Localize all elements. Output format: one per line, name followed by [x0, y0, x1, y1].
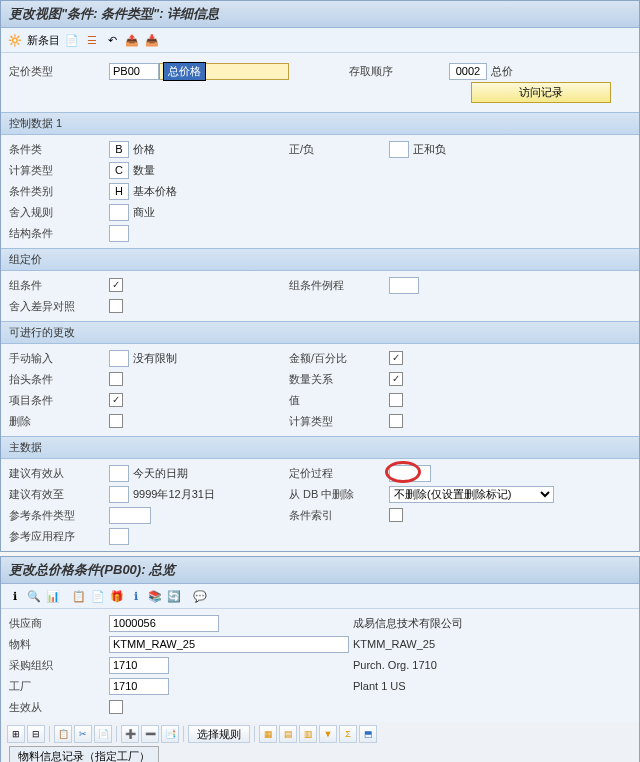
paste-icon[interactable]: 📄 — [90, 588, 106, 604]
delete-check[interactable] — [109, 414, 123, 428]
copy2-icon[interactable]: 📋 — [71, 588, 87, 604]
cond-cat-label: 条件类别 — [9, 184, 109, 199]
gift-icon[interactable]: 🎁 — [109, 588, 125, 604]
purch-org-name: Purch. Org. 1710 — [349, 659, 441, 671]
manual-text: 没有限制 — [129, 351, 181, 366]
plusminus-input[interactable] — [389, 141, 409, 158]
round-diff-check[interactable] — [109, 299, 123, 313]
select-rule-button[interactable]: 选择规则 — [188, 725, 250, 743]
comment-icon[interactable]: 💬 — [192, 588, 208, 604]
hier-icon[interactable]: ⬒ — [359, 725, 377, 743]
material-label: 物料 — [9, 637, 109, 652]
header-cond-check[interactable] — [109, 372, 123, 386]
section-group-header: 组定价 — [1, 248, 639, 271]
plant-code[interactable] — [109, 678, 169, 695]
material-code[interactable] — [109, 636, 349, 653]
valid-from-text: 今天的日期 — [129, 466, 192, 481]
access-seq-code[interactable] — [449, 63, 487, 80]
info-icon[interactable]: ℹ — [7, 588, 23, 604]
ref-app-label: 参考应用程序 — [9, 529, 109, 544]
header-cond-label: 抬头条件 — [9, 372, 109, 387]
section-master-header: 主数据 — [1, 436, 639, 459]
ref-cond-input[interactable] — [109, 507, 151, 524]
deselect-icon[interactable]: ⊟ — [27, 725, 45, 743]
access-seq-label: 存取顺序 — [349, 64, 449, 79]
cond-index-label: 条件索引 — [289, 508, 389, 523]
copy-row-icon[interactable]: 📋 — [54, 725, 72, 743]
section-changes-header: 可进行的更改 — [1, 321, 639, 344]
delete-label: 删除 — [9, 414, 109, 429]
cond-class-label: 条件类 — [9, 142, 109, 157]
grid2-icon[interactable]: ▤ — [279, 725, 297, 743]
purch-org-code[interactable] — [109, 657, 169, 674]
plusminus-label: 正/负 — [289, 142, 389, 157]
sum-icon[interactable]: Σ — [339, 725, 357, 743]
import-icon[interactable]: 📥 — [144, 32, 160, 48]
purch-org-label: 采购组织 — [9, 658, 109, 673]
valid-to-text: 9999年12月31日 — [129, 487, 219, 502]
struct-input[interactable] — [109, 225, 129, 242]
visit-records-button[interactable]: 访问记录 — [471, 82, 611, 103]
grid3-icon[interactable]: ▥ — [299, 725, 317, 743]
db-delete-label: 从 DB 中删除 — [289, 487, 389, 502]
item-cond-check[interactable] — [109, 393, 123, 407]
valid-from-code[interactable] — [109, 465, 129, 482]
pricing-type-code[interactable] — [109, 63, 159, 80]
ref-app-input[interactable] — [109, 528, 129, 545]
cond-class-code[interactable] — [109, 141, 129, 158]
valid-to-code[interactable] — [109, 486, 129, 503]
cut-icon[interactable]: ✂ — [74, 725, 92, 743]
calc-type-text: 数量 — [129, 163, 159, 178]
filter-icon[interactable]: ▼ — [319, 725, 337, 743]
plant-name: Plant 1 US — [349, 680, 410, 692]
paste-row-icon[interactable]: 📄 — [94, 725, 112, 743]
struct-label: 结构条件 — [9, 226, 109, 241]
undo-icon[interactable]: ↶ — [104, 32, 120, 48]
material-name: KTMM_RAW_25 — [349, 638, 439, 650]
export-icon[interactable]: 📤 — [124, 32, 140, 48]
vendor-code[interactable] — [109, 615, 219, 632]
calc-type2-label: 计算类型 — [289, 414, 389, 429]
group-proc-label: 组条件例程 — [289, 278, 389, 293]
swap-icon[interactable]: 🔄 — [166, 588, 182, 604]
value-check[interactable] — [389, 393, 403, 407]
copy-icon[interactable]: 📄 — [64, 32, 80, 48]
cond-cat-code[interactable] — [109, 183, 129, 200]
amount-label: 金额/百分比 — [289, 351, 389, 366]
vendor-name: 成易信息技术有限公司 — [349, 616, 467, 631]
group-proc-input[interactable] — [389, 277, 419, 294]
manual-code[interactable] — [109, 350, 129, 367]
pricing-proc-input[interactable] — [389, 465, 431, 482]
vendor-label: 供应商 — [9, 616, 109, 631]
manual-label: 手动输入 — [9, 351, 109, 366]
toolbar2-top: ℹ 🔍 📊 📋 📄 🎁 ℹ 📚 🔄 💬 — [1, 584, 639, 609]
rounding-code[interactable] — [109, 204, 129, 221]
cond-index-check[interactable] — [389, 508, 403, 522]
list-icon[interactable]: ☰ — [84, 32, 100, 48]
tab-material-info[interactable]: 物料信息记录（指定工厂） — [9, 746, 159, 762]
insert-icon[interactable]: ➕ — [121, 725, 139, 743]
info2-icon[interactable]: ℹ — [128, 588, 144, 604]
calc-type-code[interactable] — [109, 162, 129, 179]
amount-check[interactable] — [389, 351, 403, 365]
group-cond-check[interactable] — [109, 278, 123, 292]
calc-type2-check[interactable] — [389, 414, 403, 428]
grid1-icon[interactable]: ▦ — [259, 725, 277, 743]
ref-cond-label: 参考条件类型 — [9, 508, 109, 523]
select-all-icon[interactable]: ⊞ — [7, 725, 25, 743]
expand-icon[interactable]: 🔆 — [7, 32, 23, 48]
valid-from2-check[interactable] — [109, 700, 123, 714]
rounding-label: 舍入规则 — [9, 205, 109, 220]
access-seq-name: 总价 — [487, 64, 517, 79]
stack-icon[interactable]: 📚 — [147, 588, 163, 604]
tree-icon[interactable]: 📊 — [45, 588, 61, 604]
qty-rel-check[interactable] — [389, 372, 403, 386]
new-entry-label[interactable]: 新条目 — [27, 33, 60, 48]
duplicate-icon[interactable]: 📑 — [161, 725, 179, 743]
pricing-type-highlight: 总价格 — [163, 62, 206, 81]
delete-row-icon[interactable]: ➖ — [141, 725, 159, 743]
item-cond-label: 项目条件 — [9, 393, 109, 408]
section-control-header: 控制数据 1 — [1, 112, 639, 135]
db-delete-select[interactable]: 不删除(仅设置删除标记) — [389, 486, 554, 503]
search-icon[interactable]: 🔍 — [26, 588, 42, 604]
